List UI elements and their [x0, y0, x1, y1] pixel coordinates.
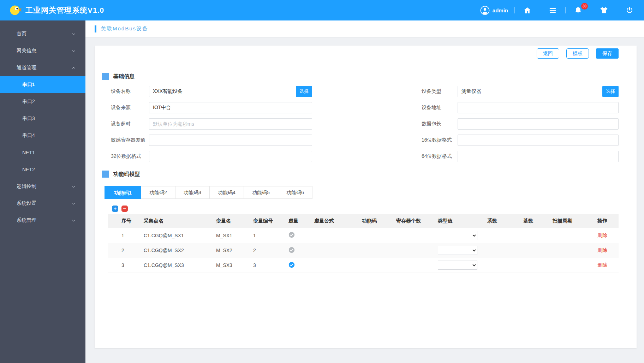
table-header-row: 序号 采集点名 变量名 变量编号 虚量 虚量公式 功能码 寄存器个数 类型值 系… — [108, 214, 619, 228]
format-32bit-input[interactable] — [149, 151, 312, 162]
sidebar-item-system-settings[interactable]: 系统设置 — [0, 195, 85, 212]
delete-row-link[interactable]: 删除 — [597, 232, 607, 238]
sidebar: 首页 网关信息 通道管理 串口1 串口2 串口3 串口4 — [0, 20, 85, 363]
chevron-down-icon — [71, 201, 76, 206]
section-title: 功能码模型 — [113, 171, 140, 178]
tab-function-code-1[interactable]: 功能码1 — [105, 186, 141, 199]
tab-function-code-2[interactable]: 功能码2 — [141, 186, 175, 199]
type-value-select[interactable] — [438, 231, 477, 240]
sidebar-item-channel-mgmt[interactable]: 通道管理 — [0, 59, 85, 76]
column-header: 虚量 — [286, 214, 311, 228]
device-type-select-button[interactable]: 选择 — [602, 86, 619, 97]
column-header: 操作 — [595, 214, 619, 228]
device-source-input[interactable] — [149, 102, 312, 113]
template-button[interactable]: 模板 — [566, 48, 589, 59]
add-row-button[interactable]: + — [112, 206, 118, 212]
field-16bit-format: 16位数据格式 — [422, 135, 619, 146]
top-header: 工业网关管理系统V1.0 admin — [0, 0, 644, 20]
sidebar-item-serial3[interactable]: 串口3 — [0, 110, 85, 127]
section-marker-icon — [102, 73, 109, 80]
card-toolbar: 返回 模板 保存 — [95, 46, 637, 62]
sidebar-item-label: 首页 — [17, 31, 26, 37]
type-value-select[interactable] — [438, 246, 477, 255]
top-actions: admin — [480, 6, 636, 15]
device-type-input[interactable] — [458, 86, 619, 97]
sidebar-item-label: 网关信息 — [17, 48, 36, 54]
sidebar-item-logic-control[interactable]: 逻辑控制 — [0, 178, 85, 195]
theme-shirt-button[interactable] — [597, 6, 610, 15]
logo-duck-icon — [9, 4, 22, 17]
sidebar-item-home[interactable]: 首页 — [0, 25, 85, 42]
function-code-tabs: 功能码1 功能码2 功能码3 功能码4 功能码5 功能码6 — [105, 186, 637, 199]
check-circle-icon — [288, 247, 295, 253]
power-button[interactable] — [624, 6, 636, 14]
sidebar-item-serial1[interactable]: 串口1 — [0, 76, 85, 93]
field-device-source: 设备来源 — [111, 102, 312, 113]
sidebar-item-label: 通道管理 — [17, 65, 36, 71]
sidebar-item-net2[interactable]: NET2 — [0, 161, 85, 178]
chevron-down-icon — [71, 49, 76, 53]
back-button[interactable]: 返回 — [537, 48, 559, 59]
column-header: 变量名 — [213, 214, 250, 228]
tab-function-code-5[interactable]: 功能码5 — [244, 186, 278, 199]
column-header: 虚量公式 — [311, 214, 359, 228]
field-device-address: 设备地址 — [422, 102, 619, 113]
section-title: 基础信息 — [113, 73, 135, 80]
format-16bit-input[interactable] — [458, 135, 619, 146]
power-icon — [626, 6, 633, 14]
sidebar-item-label: 系统管理 — [17, 217, 36, 224]
sidebar-item-serial2[interactable]: 串口2 — [0, 93, 85, 110]
home-button[interactable] — [521, 6, 533, 14]
save-button[interactable]: 保存 — [596, 48, 619, 59]
page-title-bar: 关联ModBus设备 — [85, 20, 644, 37]
main-area: 关联ModBus设备 返回 模板 保存 基础信息 — [85, 20, 644, 363]
type-value-select[interactable] — [438, 261, 477, 270]
notifications-button[interactable]: 30 — [572, 6, 584, 14]
sidebar-item-gateway-info[interactable]: 网关信息 — [0, 42, 85, 59]
sidebar-item-label: 逻辑控制 — [17, 183, 36, 190]
field-32bit-format: 32位数据格式 — [111, 151, 312, 162]
column-header: 功能码 — [359, 214, 393, 228]
column-header: 类型值 — [435, 214, 484, 228]
device-address-input[interactable] — [458, 102, 619, 113]
column-header: 序号 — [108, 214, 141, 228]
menu-button[interactable] — [547, 6, 559, 14]
chevron-down-icon — [71, 184, 76, 189]
notification-badge: 30 — [581, 3, 588, 10]
remove-row-button[interactable]: − — [121, 206, 128, 212]
sensitive-register-diff-input[interactable] — [149, 135, 312, 146]
brand: 工业网关管理系统V1.0 — [9, 4, 104, 17]
basic-info-section-header: 基础信息 — [102, 73, 637, 80]
hamburger-icon — [549, 6, 557, 14]
sidebar-item-label: NET1 — [22, 150, 35, 155]
device-name-input[interactable] — [149, 86, 312, 97]
column-header: 系数 — [484, 214, 520, 228]
chevron-down-icon — [71, 32, 76, 36]
home-icon — [523, 6, 531, 14]
packet-length-input[interactable] — [458, 118, 619, 130]
delete-row-link[interactable]: 删除 — [597, 247, 607, 253]
device-name-select-button[interactable]: 选择 — [296, 86, 312, 97]
tab-function-code-6[interactable]: 功能码6 — [278, 186, 312, 199]
field-sensitive-register-diff: 敏感寄存器差值 — [111, 135, 312, 146]
title-accent-bar — [95, 25, 96, 32]
tab-function-code-4[interactable]: 功能码4 — [209, 186, 244, 199]
user-menu[interactable]: admin — [480, 6, 508, 15]
tab-function-code-3[interactable]: 功能码3 — [175, 186, 210, 199]
sidebar-item-serial4[interactable]: 串口4 — [0, 127, 85, 144]
device-timeout-input[interactable] — [149, 118, 312, 130]
delete-row-link[interactable]: 删除 — [597, 262, 607, 268]
sidebar-item-system-mgmt[interactable]: 系统管理 — [0, 212, 85, 229]
divider — [540, 7, 540, 13]
section-marker-icon — [102, 171, 109, 178]
chevron-up-icon — [71, 66, 76, 70]
form-card: 返回 模板 保存 基础信息 设备名称 — [95, 46, 637, 348]
divider — [565, 7, 566, 13]
column-header: 扫描周期 — [550, 214, 595, 228]
field-packet-length: 数据包长 — [422, 118, 619, 130]
table-row: 3 C1.CGQ@M_SX3 M_SX3 3 — [108, 258, 619, 273]
sidebar-item-net1[interactable]: NET1 — [0, 144, 85, 161]
format-64bit-input[interactable] — [458, 151, 619, 162]
check-circle-icon — [288, 232, 295, 238]
row-tools: + − — [112, 206, 637, 212]
